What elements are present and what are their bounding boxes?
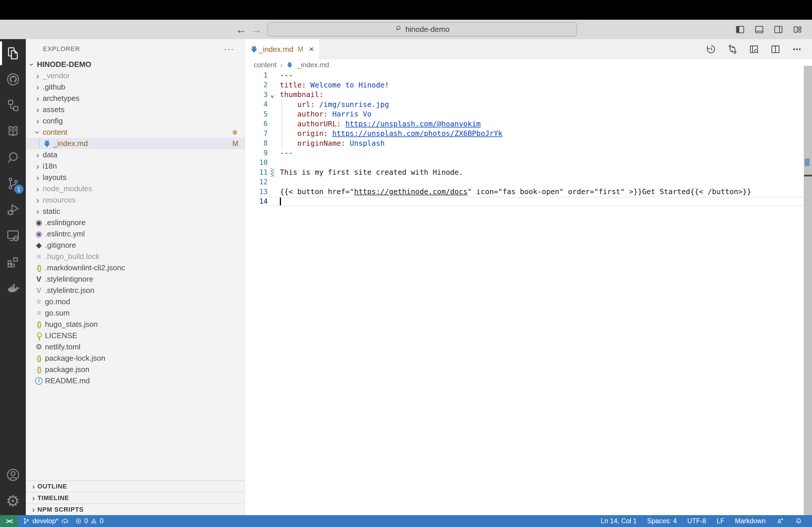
tree-item-package-json[interactable]: { }package.json	[26, 364, 245, 375]
tree-item--github[interactable]: ›.github	[26, 81, 245, 93]
tree-item-i18n[interactable]: ›i18n	[26, 161, 245, 172]
code-text: ---	[280, 71, 293, 79]
tree-item--gitignore[interactable]: ◆.gitignore	[26, 240, 245, 251]
tree-item--markdownlint-cli2-jsonc[interactable]: { }.markdownlint-cli2.jsonc	[26, 262, 245, 273]
run-debug-icon[interactable]	[0, 197, 26, 223]
code-line-5[interactable]: 5 author: Harris Vo	[245, 109, 804, 119]
tree-item-content[interactable]: ›content	[26, 126, 245, 138]
code-line-12[interactable]: 12	[245, 177, 804, 187]
preview-search-icon[interactable]	[748, 43, 760, 56]
breadcrumb-file[interactable]: _index.md	[297, 61, 329, 69]
indentation-status[interactable]: Spaces: 4	[645, 517, 679, 525]
tree-item-static[interactable]: ›static	[26, 206, 245, 217]
tree-item-readme-md[interactable]: iREADME.md	[26, 375, 245, 387]
tree-item-data[interactable]: ›data	[26, 149, 245, 161]
line-number: 4	[245, 100, 268, 108]
code-line-13[interactable]: 13{{< button href="https://gethinode.com…	[245, 187, 804, 197]
accounts-icon[interactable]	[0, 462, 26, 488]
branch-status[interactable]: develop*	[20, 515, 72, 527]
tree-item--stylelintrc-json[interactable]: V.stylelintrc.json	[26, 285, 245, 296]
breadcrumb[interactable]: content › _index.md	[245, 59, 812, 71]
timeline-history-icon[interactable]	[705, 43, 717, 56]
encoding-status[interactable]: UTF-8	[685, 517, 709, 525]
remote-explorer-icon[interactable]	[0, 223, 26, 249]
editor-scrollbar[interactable]	[804, 66, 812, 515]
code-line-11[interactable]: 11This is my first site created with Hin…	[245, 167, 804, 177]
search-icon[interactable]	[0, 145, 26, 171]
toggle-panel-icon[interactable]	[753, 23, 766, 36]
breadcrumb-folder[interactable]: content	[254, 61, 277, 69]
npm-scripts-panel-header[interactable]: › NPM SCRIPTS	[26, 503, 245, 515]
tree-item-assets[interactable]: ›assets	[26, 104, 245, 115]
tree-item-hinode-demo[interactable]: ›HINODE-DEMO	[26, 59, 245, 70]
gutter	[268, 80, 280, 90]
more-actions-icon[interactable]: ···	[224, 44, 234, 54]
fold-chevron-icon[interactable]: ⌄	[270, 90, 275, 100]
tree-item-label: resources	[43, 196, 76, 205]
code-line-6[interactable]: 6 authorURL: https://unsplash.com/@hoanv…	[245, 119, 804, 129]
git-compare-icon[interactable]	[726, 43, 739, 56]
feedback-icon[interactable]	[774, 517, 786, 525]
open-book-icon[interactable]	[0, 119, 26, 145]
line-number: 3	[245, 91, 268, 99]
toggle-primary-sidebar-icon[interactable]	[734, 23, 746, 36]
extensions-icon[interactable]	[0, 249, 26, 275]
notifications-bell-icon[interactable]	[792, 517, 805, 525]
cursor-position-status[interactable]: Ln 14, Col 1	[598, 517, 639, 525]
code-line-14[interactable]: 14	[245, 197, 804, 207]
code-link[interactable]: https://unsplash.com/photos/ZX6BPboJrYk	[332, 129, 503, 138]
code-line-2[interactable]: 2title: Welcome to Hinode!	[245, 80, 804, 90]
chevron-right-icon: ›	[34, 173, 42, 182]
tree-item-config[interactable]: ›config	[26, 115, 245, 126]
customize-layout-icon[interactable]	[791, 23, 804, 36]
tree-item-archetypes[interactable]: ›archetypes	[26, 93, 245, 104]
code-line-3[interactable]: 3⌄thumbnail:	[245, 90, 804, 100]
tree-item--eslintignore[interactable]: ◉.eslintignore	[26, 217, 245, 228]
code-line-8[interactable]: 8 originName: Unsplash	[245, 138, 804, 148]
settings-gear-icon[interactable]: ⚙	[0, 488, 26, 514]
outline-panel-header[interactable]: › OUTLINE	[26, 480, 245, 492]
problems-status[interactable]: 0 0	[72, 515, 107, 527]
tree-item--eslintrc-yml[interactable]: ◉.eslintrc.yml	[26, 228, 245, 240]
tree-item-netlify-toml[interactable]: ⚙netlify.toml	[26, 341, 245, 352]
tree-item--index-md[interactable]: _index.mdM	[26, 138, 245, 149]
tree-item-license[interactable]: LICENSE	[26, 330, 245, 341]
more-actions-icon[interactable]	[791, 43, 803, 56]
code-editor[interactable]: 1---2title: Welcome to Hinode!3⌄thumbnai…	[245, 71, 804, 515]
tree-item-go-mod[interactable]: ≡go.mod	[26, 296, 245, 307]
tree-item-resources[interactable]: ›resources	[26, 194, 245, 206]
toggle-secondary-sidebar-icon[interactable]	[772, 23, 785, 36]
tree-item-hugo-stats-json[interactable]: { }hugo_stats.json	[26, 319, 245, 330]
tab-close-icon[interactable]: ×	[309, 45, 314, 54]
tree-item--vendor[interactable]: ›_vendor	[26, 70, 245, 81]
tree-item-label: .hugo_build.lock	[45, 252, 100, 261]
eol-status[interactable]: LF	[714, 517, 727, 525]
source-control-icon[interactable]: 1	[0, 171, 26, 197]
remote-indicator[interactable]: ><	[0, 515, 18, 527]
code-link[interactable]: https://unsplash.com/@hoanvokim	[345, 120, 481, 128]
language-mode-status[interactable]: Markdown	[733, 517, 768, 525]
explorer-icon[interactable]	[0, 40, 26, 66]
tab-index-md[interactable]: _index.md M ×	[245, 39, 319, 59]
code-line-9[interactable]: 9---	[245, 148, 804, 158]
hierarchy-icon[interactable]	[0, 92, 26, 119]
markdown-file-icon	[43, 140, 51, 148]
tree-item-node-modules[interactable]: ›node_modules	[26, 183, 245, 194]
code-line-4[interactable]: 4 url: /img/sunrise.jpg	[245, 100, 804, 109]
tree-item-go-sum[interactable]: ≡go.sum	[26, 307, 245, 319]
code-line-1[interactable]: 1---	[245, 71, 804, 80]
code-line-7[interactable]: 7 origin: https://unsplash.com/photos/ZX…	[245, 129, 804, 138]
tree-item-package-lock-json[interactable]: { }package-lock.json	[26, 352, 245, 364]
code-line-10[interactable]: 10	[245, 158, 804, 168]
chevron-right-icon: ›	[30, 494, 38, 502]
navigate-back-button[interactable]: ←	[235, 23, 248, 36]
split-editor-icon[interactable]	[769, 43, 782, 56]
timeline-panel-header[interactable]: › TIMELINE	[26, 492, 245, 503]
tree-item--hugo-build-lock[interactable]: ≡.hugo_build.lock	[26, 251, 245, 262]
docker-icon[interactable]	[0, 275, 26, 301]
github-icon[interactable]	[0, 66, 26, 92]
tree-item-layouts[interactable]: ›layouts	[26, 172, 245, 183]
command-center-search[interactable]: hinode-demo	[267, 22, 577, 36]
tree-item--stylelintignore[interactable]: V.stylelintignore	[26, 273, 245, 285]
navigate-forward-button[interactable]: →	[250, 23, 263, 36]
